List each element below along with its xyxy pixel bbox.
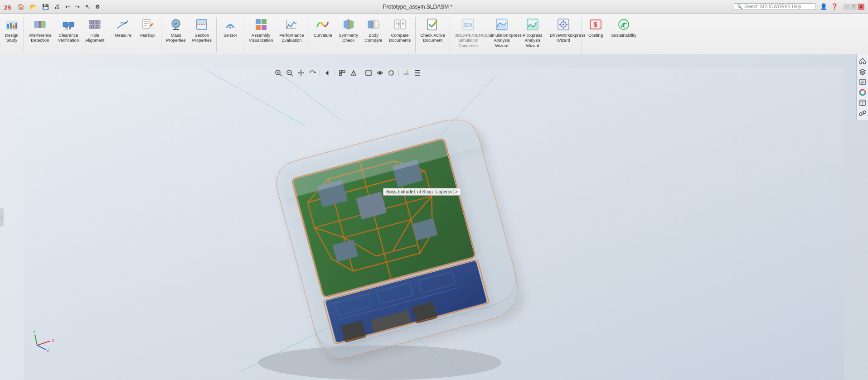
svg-rect-54 (372, 21, 375, 28)
select-button[interactable]: ↖ (84, 3, 91, 11)
model-area[interactable]: X Y Z Boss-Extrude1 of Snap_Uppers<1> (0, 68, 868, 380)
sep1 (24, 17, 24, 53)
svg-rect-100 (366, 70, 371, 76)
ribbon-item-body-compare[interactable]: BodyCompare (362, 15, 385, 54)
save-button[interactable]: 💾 (41, 3, 50, 11)
svg-rect-3 (10, 23, 12, 29)
ribbon-item-hole-alignment[interactable]: HoleAlignment (82, 15, 107, 54)
svg-text:Simulation: Simulation (496, 28, 507, 31)
svg-point-48 (293, 22, 295, 23)
show-hide-button[interactable] (375, 68, 385, 78)
right-panel-colors[interactable] (858, 87, 868, 97)
undo-button[interactable]: ↩ (64, 3, 71, 11)
svg-rect-4 (13, 25, 15, 29)
costing-icon: $ (588, 17, 603, 32)
options-button[interactable]: ⚙ (94, 3, 102, 11)
standard-views-button[interactable] (337, 68, 347, 78)
new-button[interactable]: 🏠 (16, 3, 26, 11)
hole-alignment-icon (87, 17, 102, 32)
driveworksxpress-icon (556, 17, 571, 32)
ribbon-item-symmetry-check[interactable]: SymmetryCheck (336, 15, 361, 54)
ribbon-item-design-study[interactable]: DesignStudy (2, 15, 22, 54)
display-style-button[interactable] (364, 68, 373, 78)
previous-view-button[interactable] (322, 68, 332, 78)
svg-marker-92 (303, 72, 304, 74)
ribbon-item-driveworksxpress[interactable]: DriveWorksXpressWizard (547, 15, 580, 54)
minimize-button[interactable]: – (844, 4, 850, 10)
section-properties-label: SectionProperties (192, 33, 212, 43)
svg-point-47 (291, 26, 292, 28)
assembly-model-svg: X Y Z (0, 68, 868, 380)
ribbon-item-3dexperience[interactable]: 3DX 3DEXPERIENCESimulationConnector (452, 15, 485, 54)
mass-properties-icon: M (169, 17, 183, 32)
svg-point-103 (407, 70, 408, 72)
main-viewport: X Y Z Boss-Extrude1 of Snap_Uppers<1> ‹ (0, 54, 868, 380)
print-button[interactable]: 🖨 (53, 3, 61, 11)
view-settings-button[interactable] (412, 68, 422, 78)
ribbon-item-interference-detection[interactable]: InterferenceDetection (26, 15, 54, 54)
ribbon-item-sensor[interactable]: Sensor (218, 15, 242, 54)
help-icon[interactable]: ❓ (831, 3, 838, 10)
ribbon-item-markup[interactable]: Markup (136, 15, 159, 54)
svg-rect-40 (256, 25, 261, 30)
close-button[interactable]: ✕ (858, 4, 864, 10)
svg-rect-104 (415, 70, 420, 71)
svg-text:$: $ (594, 21, 597, 28)
vp-sep1 (320, 69, 320, 77)
section-properties-icon (194, 17, 209, 32)
view-orientation-button[interactable] (349, 68, 359, 78)
open-button[interactable]: 📂 (29, 3, 38, 11)
curvature-icon (315, 17, 330, 32)
sep5 (244, 17, 244, 53)
maximize-button[interactable]: □ (851, 4, 857, 10)
ribbon-item-curvature[interactable]: Curvature (311, 15, 335, 54)
ribbon-item-flowxpress[interactable]: FloXpressAnalysisWizard (519, 15, 546, 54)
edit-appearance-button[interactable] (386, 68, 396, 78)
svg-marker-89 (300, 70, 302, 71)
zoom-to-fit-button[interactable] (273, 68, 283, 78)
panel-collapse-handle[interactable]: ‹ (0, 208, 4, 226)
svg-rect-25 (143, 19, 150, 29)
mass-properties-label: MassProperties (166, 33, 185, 43)
svg-point-108 (258, 345, 501, 380)
right-panel-layers[interactable] (858, 67, 868, 77)
svg-text:Y: Y (33, 329, 36, 334)
svg-rect-105 (415, 72, 420, 73)
solidworks-logo: 2S (4, 2, 14, 12)
performance-evaluation-label: PerformanceEvaluation (279, 33, 304, 43)
model-tooltip: Boss-Extrude1 of Snap_Uppers<1> (383, 188, 461, 196)
ribbon-item-costing[interactable]: $ Costing (584, 15, 607, 54)
sep4 (216, 17, 217, 53)
interference-detection-icon (33, 17, 47, 32)
ribbon-item-section-properties[interactable]: SectionProperties (189, 15, 214, 54)
ribbon-item-clearance-verification[interactable]: CLR ClearanceVerification (55, 15, 82, 54)
svg-rect-98 (339, 73, 342, 76)
pan-button[interactable] (296, 68, 306, 78)
right-panel-properties[interactable] (858, 77, 868, 87)
3dexperience-icon: 3DX (461, 17, 475, 32)
clearance-verification-icon: CLR (61, 17, 76, 32)
right-panel-link[interactable] (858, 108, 868, 118)
rotate-button[interactable] (307, 68, 317, 78)
svg-text:mm: mm (121, 21, 127, 25)
ribbon-item-assembly-visualization[interactable]: AssemblyVisualization (246, 15, 276, 54)
right-panel-table[interactable] (858, 98, 868, 108)
redo-button[interactable]: ↪ (74, 3, 81, 11)
ribbon-item-compare-documents[interactable]: ≠ CompareDocuments (386, 15, 413, 54)
user-icon[interactable]: 👤 (820, 3, 827, 10)
design-study-icon (5, 17, 19, 32)
scenes-button[interactable] (401, 68, 411, 78)
right-panel-home[interactable] (858, 56, 868, 66)
ribbon-item-measure[interactable]: mm Measure (111, 15, 135, 54)
design-study-label: DesignStudy (5, 33, 19, 43)
ribbon-item-mass-properties[interactable]: M MassProperties (163, 15, 188, 54)
ribbon-item-check-active-document[interactable]: Check ActiveDocument (417, 15, 448, 54)
svg-text:3DX: 3DX (464, 23, 473, 28)
svg-rect-39 (262, 19, 267, 24)
ribbon-item-performance-evaluation[interactable]: PerformanceEvaluation (276, 15, 306, 54)
ribbon-item-sustainability[interactable]: Sustainability (608, 15, 639, 54)
svg-rect-97 (343, 70, 345, 72)
search-box[interactable]: 🔍 Search SOLIDWORKS Help (734, 3, 815, 10)
zoom-inout-button[interactable] (285, 68, 295, 78)
ribbon-item-simulationxpress[interactable]: Simulation SimulationXpressAnalysisWizar… (485, 15, 518, 54)
